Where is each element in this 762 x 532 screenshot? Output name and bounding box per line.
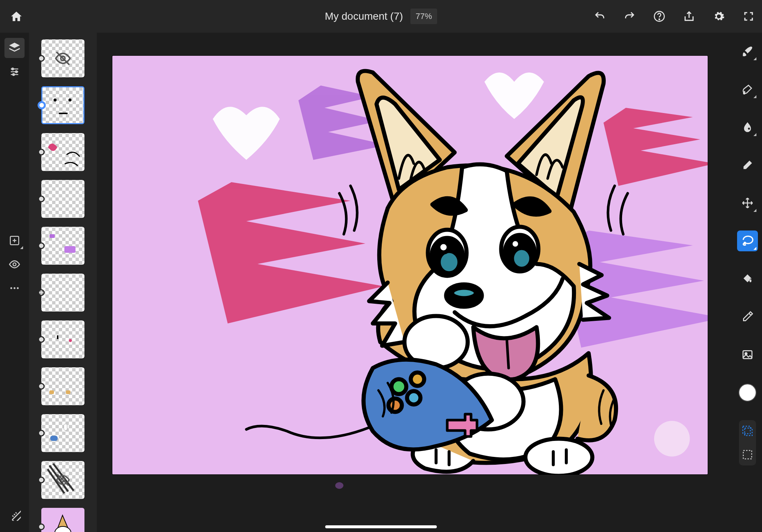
layer-visibility-dot[interactable] bbox=[38, 336, 45, 343]
svg-point-25 bbox=[452, 288, 476, 298]
layers-panel-button[interactable] bbox=[4, 38, 25, 58]
brush-cursor bbox=[654, 421, 690, 457]
lasso-tool[interactable] bbox=[737, 230, 758, 251]
layer-visibility-dot[interactable] bbox=[38, 430, 45, 436]
layer-visibility-dot[interactable] bbox=[38, 149, 45, 155]
adjustments-button[interactable] bbox=[4, 62, 25, 82]
share-button[interactable] bbox=[683, 10, 695, 22]
layer-visibility-dot[interactable] bbox=[38, 101, 46, 109]
add-layer-button[interactable] bbox=[4, 230, 25, 251]
artwork bbox=[112, 56, 708, 474]
rect-select-mode[interactable] bbox=[742, 425, 753, 436]
lasso-icon bbox=[741, 235, 754, 247]
gear-icon bbox=[713, 10, 725, 23]
eraser-icon bbox=[742, 159, 753, 171]
top-right-actions bbox=[594, 0, 755, 33]
rect-select-icon bbox=[742, 425, 753, 436]
move-icon bbox=[742, 197, 753, 209]
layer-visibility-dot[interactable] bbox=[38, 196, 45, 202]
layer-thumb[interactable] bbox=[41, 274, 84, 312]
layers-icon bbox=[8, 42, 21, 54]
redo-icon bbox=[624, 10, 635, 23]
bucket-icon bbox=[742, 273, 753, 285]
plus-square-icon bbox=[9, 235, 20, 246]
share-icon bbox=[683, 10, 695, 22]
eye-icon bbox=[9, 258, 20, 270]
help-icon bbox=[653, 10, 665, 22]
svg-point-1 bbox=[659, 19, 660, 20]
image-icon bbox=[742, 349, 753, 361]
svg-rect-38 bbox=[745, 428, 752, 436]
svg-point-32 bbox=[407, 391, 420, 404]
move-tool[interactable] bbox=[737, 193, 758, 213]
layer-thumb[interactable] bbox=[41, 461, 84, 499]
svg-point-29 bbox=[391, 379, 406, 394]
layer-thumb[interactable] bbox=[41, 320, 84, 358]
layers-panel bbox=[29, 33, 97, 532]
eraser-tool[interactable] bbox=[737, 155, 758, 175]
document-title-group: My document (7) 77% bbox=[325, 9, 437, 24]
ruler-icon bbox=[8, 508, 21, 521]
marquee-icon bbox=[742, 449, 753, 460]
left-toolbar bbox=[0, 33, 29, 532]
marquee-select-mode[interactable] bbox=[742, 449, 753, 460]
hidden-eye-icon bbox=[54, 50, 71, 67]
canvas[interactable] bbox=[112, 56, 708, 474]
svg-point-9 bbox=[17, 287, 19, 289]
layer-visibility-dot[interactable] bbox=[38, 242, 45, 249]
document-title[interactable]: My document (7) bbox=[325, 10, 403, 22]
eyedropper-tool[interactable] bbox=[737, 306, 758, 327]
svg-point-3 bbox=[16, 71, 17, 73]
layer-thumb[interactable] bbox=[41, 86, 84, 124]
paint-tool[interactable] bbox=[737, 79, 758, 100]
image-tool[interactable] bbox=[737, 344, 758, 365]
home-indicator bbox=[325, 525, 437, 528]
color-swatch[interactable] bbox=[737, 382, 758, 403]
smudge-tool[interactable] bbox=[737, 117, 758, 138]
home-button[interactable] bbox=[0, 0, 33, 33]
svg-point-31 bbox=[388, 399, 402, 412]
zoom-level[interactable]: 77% bbox=[410, 9, 437, 24]
svg-point-23 bbox=[510, 239, 520, 249]
svg-point-33 bbox=[335, 482, 343, 489]
ruler-button[interactable] bbox=[0, 508, 29, 521]
smudge-icon bbox=[742, 121, 753, 133]
svg-point-18 bbox=[439, 251, 460, 273]
home-icon bbox=[10, 10, 23, 23]
help-button[interactable] bbox=[653, 10, 665, 22]
fullscreen-icon bbox=[743, 11, 754, 22]
svg-point-6 bbox=[13, 263, 16, 266]
canvas-area bbox=[97, 33, 733, 532]
layer-thumb[interactable] bbox=[41, 180, 84, 218]
svg-point-19 bbox=[438, 242, 449, 252]
fullscreen-button[interactable] bbox=[743, 10, 755, 22]
layer-visibility-dot[interactable] bbox=[38, 289, 45, 296]
svg-point-7 bbox=[10, 287, 12, 289]
layer-thumb[interactable] bbox=[41, 39, 84, 77]
ellipsis-icon bbox=[9, 283, 20, 294]
selection-mode-group bbox=[739, 420, 756, 465]
svg-rect-10 bbox=[12, 510, 21, 521]
layer-thumb[interactable] bbox=[41, 133, 84, 171]
layer-visibility-dot[interactable] bbox=[38, 55, 45, 62]
svg-point-34 bbox=[748, 128, 750, 129]
svg-point-22 bbox=[512, 248, 531, 269]
layer-thumb[interactable] bbox=[41, 227, 84, 265]
canvas-anchor-dot bbox=[335, 482, 344, 491]
current-color bbox=[739, 384, 756, 402]
sliders-icon bbox=[9, 66, 20, 77]
brush-tool[interactable] bbox=[737, 41, 758, 62]
visibility-button[interactable] bbox=[4, 254, 25, 274]
undo-button[interactable] bbox=[594, 10, 606, 22]
right-toolbar bbox=[733, 33, 762, 532]
layer-thumb[interactable] bbox=[41, 367, 84, 405]
fill-tool[interactable] bbox=[737, 268, 758, 289]
settings-button[interactable] bbox=[713, 10, 725, 22]
layer-thumb[interactable] bbox=[41, 414, 84, 452]
layer-thumb[interactable] bbox=[41, 508, 84, 532]
top-bar: My document (7) 77% bbox=[0, 0, 762, 33]
redo-button[interactable] bbox=[624, 10, 635, 22]
svg-point-15 bbox=[55, 526, 71, 532]
layer-visibility-dot[interactable] bbox=[38, 383, 45, 390]
more-button[interactable] bbox=[4, 278, 25, 298]
